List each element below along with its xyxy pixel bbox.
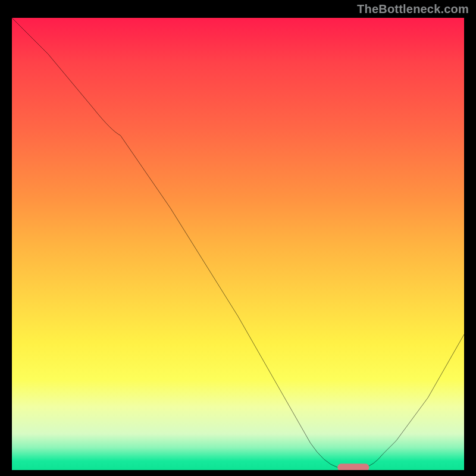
curve-path	[12, 18, 464, 467]
optimal-marker	[337, 464, 369, 470]
line-chart-svg	[12, 18, 464, 470]
watermark-text: TheBottleneck.com	[357, 2, 469, 16]
chart-container: TheBottleneck.com	[0, 0, 476, 476]
plot-area	[12, 18, 464, 470]
